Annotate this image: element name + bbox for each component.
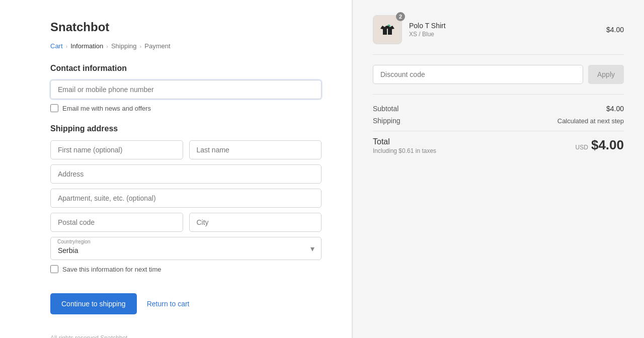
return-link[interactable]: Return to cart — [147, 300, 190, 308]
continue-button[interactable]: Continue to shipping — [50, 293, 137, 314]
product-thumbnail — [378, 21, 396, 39]
breadcrumb: Cart › Information › Shipping › Payment — [50, 42, 321, 50]
total-info: Total Including $0.61 in taxes — [373, 137, 436, 154]
save-info-label: Save this information for next time — [62, 266, 162, 273]
country-label: Country/region — [57, 239, 91, 244]
separator-2: › — [106, 43, 108, 49]
product-image-wrap: 2 — [373, 15, 402, 44]
name-row — [50, 140, 321, 159]
breadcrumb-shipping: Shipping — [111, 42, 137, 50]
total-currency: USD — [576, 144, 588, 151]
breadcrumb-information: Information — [70, 42, 103, 50]
product-name: Polo T Shirt — [409, 22, 599, 30]
discount-row: Apply — [373, 65, 624, 95]
last-name-input[interactable] — [189, 140, 322, 159]
subtotal-label: Subtotal — [373, 105, 398, 113]
total-tax: Including $0.61 in taxes — [373, 147, 436, 154]
store-name: Snatchbot — [50, 20, 321, 34]
save-info-row: Save this information for next time — [50, 265, 321, 273]
shipping-title: Shipping address — [50, 124, 321, 133]
country-select-wrapper: Country/region Serbia ▾ — [50, 237, 321, 260]
separator-3: › — [140, 43, 142, 49]
apartment-field — [50, 189, 321, 208]
total-amount: $4.00 — [591, 137, 624, 153]
address-input[interactable] — [50, 164, 321, 184]
total-label: Total — [373, 137, 436, 146]
breadcrumb-payment: Payment — [144, 42, 170, 50]
total-row: Total Including $0.61 in taxes USD $4.00 — [373, 137, 624, 154]
shipping-row: Shipping Calculated at next step — [373, 117, 624, 125]
address-field — [50, 164, 321, 184]
product-info: Polo T Shirt XS / Blue — [409, 22, 599, 38]
newsletter-checkbox[interactable] — [50, 104, 58, 112]
contact-section: Contact information Email me with news a… — [50, 64, 321, 112]
product-variant: XS / Blue — [409, 31, 599, 38]
postal-city-row — [50, 213, 321, 232]
shipping-section: Shipping address Country/region Serbia ▾ — [50, 124, 321, 273]
postal-input[interactable] — [50, 213, 183, 232]
apply-button[interactable]: Apply — [588, 65, 624, 84]
newsletter-label: Email me with news and offers — [62, 105, 151, 112]
actions: Continue to shipping Return to cart — [50, 293, 321, 314]
country-select[interactable]: Serbia — [50, 237, 321, 260]
left-panel: Snatchbot Cart › Information › Shipping … — [0, 0, 352, 338]
footer-text: All rights reserved Snatchbot — [50, 334, 127, 338]
quantity-badge: 2 — [396, 12, 405, 21]
footer: All rights reserved Snatchbot — [50, 314, 321, 338]
right-panel: 2 Polo T Shirt XS / Blue $4.00 Apply Sub… — [352, 0, 644, 338]
product-row: 2 Polo T Shirt XS / Blue $4.00 — [373, 15, 624, 55]
apartment-input[interactable] — [50, 189, 321, 208]
total-price-wrap: USD $4.00 — [576, 137, 624, 153]
separator-1: › — [66, 43, 68, 49]
first-name-input[interactable] — [50, 140, 183, 159]
discount-input[interactable] — [373, 65, 583, 84]
subtotal-value: $4.00 — [606, 105, 624, 113]
summary-divider — [373, 131, 624, 131]
save-info-checkbox[interactable] — [50, 265, 58, 273]
city-input[interactable] — [189, 213, 322, 232]
email-input[interactable] — [50, 80, 321, 99]
shipping-calc: Calculated at next step — [557, 117, 624, 125]
shipping-label: Shipping — [373, 117, 400, 125]
breadcrumb-cart[interactable]: Cart — [50, 42, 63, 50]
subtotal-row: Subtotal $4.00 — [373, 105, 624, 113]
country-field: Country/region Serbia ▾ — [50, 237, 321, 260]
contact-title: Contact information — [50, 64, 321, 73]
product-price: $4.00 — [606, 26, 624, 34]
